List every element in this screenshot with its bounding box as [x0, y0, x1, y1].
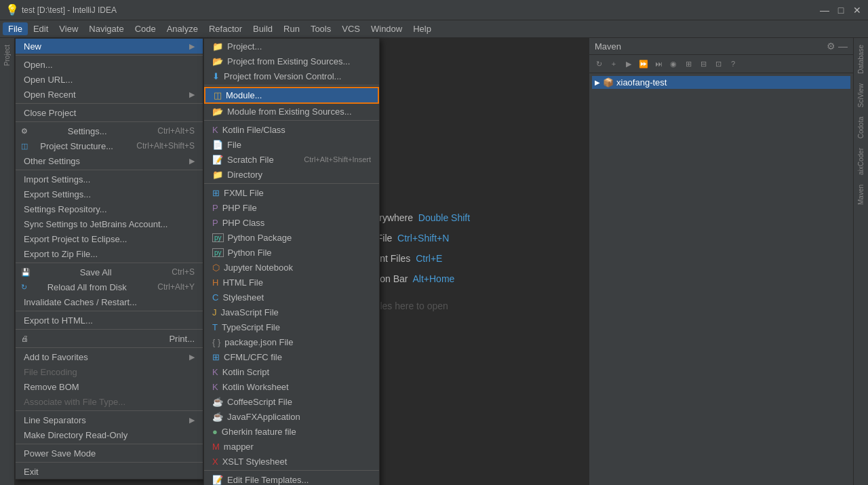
submenu-kotlin-script[interactable]: K Kotlin Script	[204, 364, 379, 379]
submenu-ts-file-label: TypeScript File	[222, 322, 280, 332]
menu-window[interactable]: Window	[366, 22, 408, 35]
submenu-fxml[interactable]: ⊞ FXML File	[204, 185, 379, 200]
menu-item-sync-settings[interactable]: Sync Settings to JetBrains Account...	[16, 216, 203, 231]
menu-item-exit[interactable]: Exit	[16, 464, 203, 479]
menu-item-settings-repo[interactable]: Settings Repository...	[16, 201, 203, 216]
menu-item-close-project[interactable]: Close Project	[16, 105, 203, 120]
menu-item-line-separators[interactable]: Line Separators ▶	[16, 412, 203, 427]
tab-maven[interactable]: Maven	[856, 180, 866, 209]
maven-expand-btn[interactable]: ⊟	[696, 57, 710, 71]
menu-item-file-encoding-label: File Encoding	[24, 367, 77, 377]
submenu-edit-templates[interactable]: 📝 Edit File Templates...	[204, 472, 379, 485]
maven-skip-btn[interactable]: ⏭	[652, 57, 665, 71]
menu-item-settings[interactable]: ⚙ Settings... Ctrl+Alt+S	[16, 123, 203, 138]
menu-item-close-project-label: Close Project	[24, 108, 76, 118]
menu-vcs[interactable]: VCS	[336, 22, 366, 35]
submenu-jupyter[interactable]: ⬡ Jupyter Notebook	[204, 260, 379, 275]
submenu-package-json[interactable]: { } package.json File	[204, 334, 379, 349]
menu-refactor[interactable]: Refactor	[203, 22, 248, 35]
submenu-php-class[interactable]: P PHP Class	[204, 215, 379, 230]
menu-navigate[interactable]: Navigate	[83, 22, 129, 35]
menu-build[interactable]: Build	[248, 22, 278, 35]
menu-item-print[interactable]: 🖨 Print...	[16, 331, 203, 346]
submenu-javafx[interactable]: ☕ JavaFXApplication	[204, 409, 379, 424]
submenu-html[interactable]: H HTML File	[204, 275, 379, 290]
submenu-project-existing[interactable]: 📂 Project from Existing Sources...	[204, 54, 379, 69]
submenu-scratch-file[interactable]: 📝 Scratch File Ctrl+Alt+Shift+Insert	[204, 152, 379, 167]
submenu-xslt[interactable]: X XSLT Stylesheet	[204, 454, 379, 469]
menu-item-add-favorites[interactable]: Add to Favorites ▶	[16, 349, 203, 364]
maven-help-btn[interactable]: ?	[726, 57, 740, 71]
submenu-project-existing-label: Project from Existing Sources...	[227, 56, 350, 66]
submenu-kotlin-worksheet[interactable]: K Kotlin Worksheet	[204, 379, 379, 394]
line-sep-arrow: ▶	[189, 416, 195, 425]
project-tab[interactable]: Project	[2, 41, 12, 70]
submenu-module[interactable]: ◫ Module...	[204, 87, 379, 104]
menu-item-export-eclipse[interactable]: Export Project to Eclipse...	[16, 231, 203, 246]
submenu-file-label: File	[227, 140, 241, 150]
submenu-js-file[interactable]: J JavaScript File	[204, 305, 379, 319]
maven-toggle-btn[interactable]: ⊞	[682, 57, 695, 71]
submenu-php-file[interactable]: P PHP File	[204, 200, 379, 215]
maximize-button[interactable]: □	[835, 5, 846, 16]
menu-item-remove-bom[interactable]: Remove BOM	[16, 379, 203, 394]
menu-item-make-readonly[interactable]: Make Directory Read-Only	[16, 427, 203, 442]
submenu-project-vcs[interactable]: ⬇ Project from Version Control...	[204, 69, 379, 83]
menu-item-export-settings[interactable]: Export Settings...	[16, 187, 203, 201]
submenu-python-package[interactable]: py Python Package	[204, 230, 379, 245]
submenu-python-file[interactable]: py Python File	[204, 245, 379, 260]
submenu-mapper[interactable]: M mapper	[204, 439, 379, 454]
close-button[interactable]: ✕	[852, 5, 863, 16]
menu-item-open-url[interactable]: Open URL...	[16, 72, 203, 87]
submenu-kotlin-file[interactable]: K Kotlin File/Class	[204, 122, 379, 137]
menu-item-invalidate[interactable]: Invalidate Caches / Restart...	[16, 294, 203, 309]
submenu-module-existing[interactable]: 📂 Module from Existing Sources...	[204, 104, 379, 119]
menu-analyze[interactable]: Analyze	[161, 22, 203, 35]
submenu-ts-file[interactable]: T TypeScript File	[204, 319, 379, 334]
tab-database[interactable]: Database	[856, 41, 866, 78]
tab-sciview[interactable]: SciView	[856, 79, 866, 111]
maven-reload-btn[interactable]: ↻	[592, 57, 606, 71]
maven-debug-btn[interactable]: ⏩	[637, 57, 650, 71]
menu-run[interactable]: Run	[278, 22, 305, 35]
tab-aixcoder[interactable]: aixCoder	[856, 144, 866, 179]
submenu-divider-2	[204, 120, 379, 121]
menu-item-other-settings[interactable]: Other Settings ▶	[16, 153, 203, 168]
menu-item-open[interactable]: Open...	[16, 57, 203, 72]
open-recent-arrow: ▶	[189, 90, 195, 99]
maven-add-btn[interactable]: +	[607, 57, 620, 71]
submenu-gherkin[interactable]: ● Gherkin feature file	[204, 424, 379, 439]
submenu-directory[interactable]: 📁 Directory	[204, 167, 379, 182]
menu-edit[interactable]: Edit	[28, 22, 54, 35]
tab-codota[interactable]: Codota	[856, 113, 866, 142]
menu-item-power-save[interactable]: Power Save Mode	[16, 446, 203, 461]
minimize-button[interactable]: —	[819, 5, 830, 16]
menu-item-reload[interactable]: ↻ Reload All from Disk Ctrl+Alt+Y	[16, 279, 203, 294]
menu-item-save-all-label: Save All	[80, 267, 112, 277]
maven-settings-icon[interactable]: ⚙	[827, 41, 835, 52]
maven-run-btn[interactable]: ▶	[622, 57, 635, 71]
menu-tools[interactable]: Tools	[305, 22, 336, 35]
menu-item-open-recent[interactable]: Open Recent ▶	[16, 87, 203, 102]
menu-item-export-html[interactable]: Export to HTML...	[16, 313, 203, 328]
menu-view[interactable]: View	[54, 22, 83, 35]
submenu-project[interactable]: 📁 Project...	[204, 39, 379, 54]
maven-profile-btn[interactable]: ◉	[667, 57, 680, 71]
submenu-file[interactable]: 📄 File	[204, 137, 379, 152]
maven-tree-root[interactable]: ▶ 📦 xiaofang-test	[592, 76, 850, 89]
submenu-cfml[interactable]: ⊞ CFML/CFC file	[204, 349, 379, 364]
menu-item-new[interactable]: New ▶	[16, 39, 203, 54]
menu-item-export-zip[interactable]: Export to Zip File...	[16, 246, 203, 261]
menu-item-project-structure[interactable]: ◫ Project Structure... Ctrl+Alt+Shift+S	[16, 138, 203, 153]
maven-close-icon[interactable]: —	[838, 41, 848, 52]
menu-item-import-settings[interactable]: Import Settings...	[16, 172, 203, 187]
new-submenu: 📁 Project... 📂 Project from Existing Sou…	[203, 38, 380, 485]
maven-collapse-btn[interactable]: ⊡	[711, 57, 725, 71]
menu-help[interactable]: Help	[408, 22, 437, 35]
menu-item-other-settings-label: Other Settings	[24, 156, 80, 166]
menu-item-save-all[interactable]: 💾 Save All Ctrl+S	[16, 265, 203, 279]
submenu-coffeescript[interactable]: ☕ CoffeeScript File	[204, 394, 379, 409]
menu-file[interactable]: File	[3, 22, 28, 35]
submenu-stylesheet[interactable]: C Stylesheet	[204, 290, 379, 305]
menu-code[interactable]: Code	[130, 22, 161, 35]
